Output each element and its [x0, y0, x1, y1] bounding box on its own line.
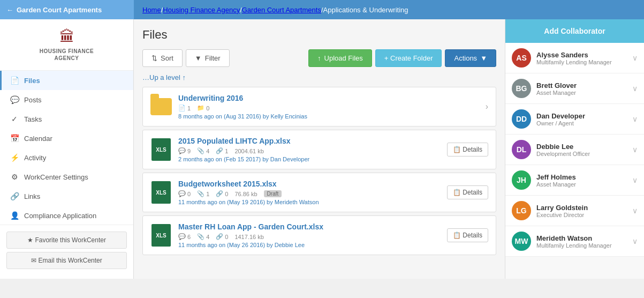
collab-avatar: AS — [512, 48, 531, 68]
sidebar-label-calendar: Calendar — [24, 135, 52, 143]
workcenter-name: Garden Court Apartments — [17, 6, 102, 14]
file-date-3: 11 months ago on (May 26 2016) by Debbie… — [178, 242, 447, 248]
collab-name: Larry Goldstein — [536, 204, 632, 212]
collab-role: Owner / Agent — [536, 120, 632, 126]
sidebar-item-compliance[interactable]: 👤 Compliance Application — [0, 206, 133, 225]
settings-icon: ⚙ — [10, 173, 19, 181]
sidebar-item-posts[interactable]: 💬 Posts — [0, 90, 133, 109]
sort-button[interactable]: ⇅ Sort — [142, 49, 183, 67]
sidebar-label-links: Links — [24, 192, 40, 200]
sidebar-item-tasks[interactable]: ✓ Tasks — [0, 109, 133, 129]
page-title: Files — [142, 28, 496, 42]
details-button-1[interactable]: 📋 Details — [447, 143, 488, 157]
files-icon: 📄 — [10, 76, 19, 85]
chevron-down-icon: ∨ — [632, 84, 638, 93]
collab-role: Asset Manager — [536, 90, 632, 96]
collab-name: Merideth Watson — [536, 234, 632, 242]
file-date-1: 2 months ago on (Feb 15 2017) by Dan Dev… — [178, 156, 447, 162]
breadcrumb-home[interactable]: Home — [142, 6, 161, 14]
xls-icon-2: XLS — [150, 181, 172, 205]
chevron-down-icon: ∨ — [632, 54, 638, 62]
sidebar-item-calendar[interactable]: 📅 Calendar — [0, 129, 133, 148]
collaborator-item[interactable]: BG Brett Glover Asset Manager ∨ — [505, 73, 644, 104]
calendar-icon: 📅 — [10, 134, 19, 143]
breadcrumb-gca[interactable]: Garden Court Apartments — [242, 6, 321, 14]
xls-icon-3: XLS — [150, 224, 172, 248]
file-name-3[interactable]: Master RH Loan App - Garden Court.xlsx — [178, 222, 447, 231]
sidebar-item-links[interactable]: 🔗 Links — [0, 187, 133, 206]
create-folder-button[interactable]: + Create Folder — [375, 49, 442, 67]
add-collaborator-button[interactable]: Add Collaborator — [505, 19, 644, 43]
collab-name: Alysse Sanders — [536, 51, 632, 59]
posts-icon: 💬 — [10, 95, 19, 104]
collab-avatar: MW — [512, 232, 531, 251]
file-item-3: XLS Master RH Loan App - Garden Court.xl… — [142, 215, 496, 255]
sidebar-label-activity: Activity — [24, 154, 46, 162]
collab-avatar: DL — [512, 140, 531, 159]
collab-role: Executive Director — [536, 212, 632, 218]
sidebar-label-compliance: Compliance Application — [24, 212, 96, 220]
right-panel: Add Collaborator AS Alysse Sanders Multi… — [505, 19, 644, 279]
chevron-down-icon: ∨ — [632, 206, 638, 215]
xls-icon-1: XLS — [150, 138, 172, 162]
file-name-0[interactable]: Underwriting 2016 — [178, 94, 486, 102]
file-item-folder: Underwriting 2016 📄 1 📁 0 8 months ago o… — [142, 87, 496, 126]
tasks-icon: ✓ — [10, 115, 19, 123]
collab-avatar: LG — [512, 201, 531, 220]
back-arrow[interactable]: ← — [6, 6, 13, 14]
workcenter-header[interactable]: ← Garden Court Apartments — [0, 0, 134, 19]
file-item-2: XLS Budgetworksheet 2015.xlsx 💬 0 📎 1 🔗 … — [142, 173, 496, 212]
file-date-0: 8 months ago on (Aug 31 2016) by Kelly E… — [178, 113, 486, 120]
compliance-icon: 👤 — [10, 211, 19, 220]
filter-button[interactable]: ▼ Filter — [186, 49, 230, 67]
favorite-button[interactable]: ★ Favorite this WorkCenter — [6, 232, 127, 249]
up-level[interactable]: …Up a level ↑ — [142, 73, 496, 81]
breadcrumb: Home / Housing Finance Agency / Garden C… — [134, 0, 644, 19]
collab-name: Brett Glover — [536, 81, 632, 90]
file-item-1: XLS 2015 Populated LIHTC App.xlsx 💬 9 📎 … — [142, 130, 496, 169]
sidebar-item-workcenter-settings[interactable]: ⚙ WorkCenter Settings — [0, 167, 133, 187]
sidebar-footer: ★ Favorite this WorkCenter ✉ Email this … — [0, 225, 133, 279]
actions-button[interactable]: Actions ▼ — [445, 49, 496, 67]
collab-name: Jeff Holmes — [536, 173, 632, 181]
upload-files-button[interactable]: ↑ Upload Files — [308, 49, 372, 67]
breadcrumb-hfa[interactable]: Housing Finance Agency — [163, 6, 240, 14]
sidebar-label-tasks: Tasks — [24, 115, 42, 123]
collab-avatar: JH — [512, 170, 531, 190]
collaborator-item[interactable]: LG Larry Goldstein Executive Director ∨ — [505, 196, 644, 226]
chevron-down-icon: ∨ — [632, 145, 638, 154]
details-button-3[interactable]: 📋 Details — [447, 228, 488, 242]
collab-role: Development Officer — [536, 151, 632, 157]
logo-icon: 🏛 — [9, 28, 125, 46]
collab-avatar: BG — [512, 79, 531, 98]
links-icon: 🔗 — [10, 192, 19, 200]
sidebar-label-settings: WorkCenter Settings — [24, 173, 88, 181]
sort-icon: ⇅ — [151, 54, 157, 62]
collaborator-item[interactable]: MW Merideth Watson Multifamily Lending M… — [505, 226, 644, 257]
chevron-down-icon: ∨ — [632, 115, 638, 123]
sidebar-label-posts: Posts — [24, 96, 42, 104]
collaborator-list: AS Alysse Sanders Multifamily Lending Ma… — [505, 43, 644, 257]
collab-role: Multifamily Lending Manager — [536, 59, 632, 65]
collaborator-item[interactable]: AS Alysse Sanders Multifamily Lending Ma… — [505, 43, 644, 73]
file-name-1[interactable]: 2015 Populated LIHTC App.xlsx — [178, 137, 447, 145]
sidebar-item-activity[interactable]: ⚡ Activity — [0, 148, 133, 167]
email-button[interactable]: ✉ Email this WorkCenter — [6, 252, 127, 269]
upload-icon: ↑ — [317, 54, 321, 62]
folder-icon — [150, 95, 172, 119]
toolbar: ⇅ Sort ▼ Filter ↑ Upload Files + Create … — [142, 49, 496, 67]
collab-name: Debbie Lee — [536, 143, 632, 151]
chevron-right-icon: › — [486, 102, 488, 111]
chevron-down-icon: ∨ — [632, 237, 638, 245]
file-name-2[interactable]: Budgetworksheet 2015.xlsx — [178, 180, 447, 188]
filter-icon: ▼ — [195, 54, 202, 62]
sidebar-label-files: Files — [24, 77, 40, 85]
details-button-2[interactable]: 📋 Details — [447, 185, 488, 199]
sidebar-nav: 📄 Files 💬 Posts ✓ Tasks 📅 Calendar ⚡ Act… — [0, 71, 133, 225]
sidebar-item-files[interactable]: 📄 Files — [0, 71, 133, 90]
collab-name: Dan Developer — [536, 112, 632, 120]
collaborator-item[interactable]: DL Debbie Lee Development Officer ∨ — [505, 135, 644, 165]
collaborator-item[interactable]: JH Jeff Holmes Asset Manager ∨ — [505, 165, 644, 196]
sidebar-logo: 🏛 HOUSING FINANCEAGENCY — [0, 19, 133, 71]
collaborator-item[interactable]: DD Dan Developer Owner / Agent ∨ — [505, 104, 644, 135]
